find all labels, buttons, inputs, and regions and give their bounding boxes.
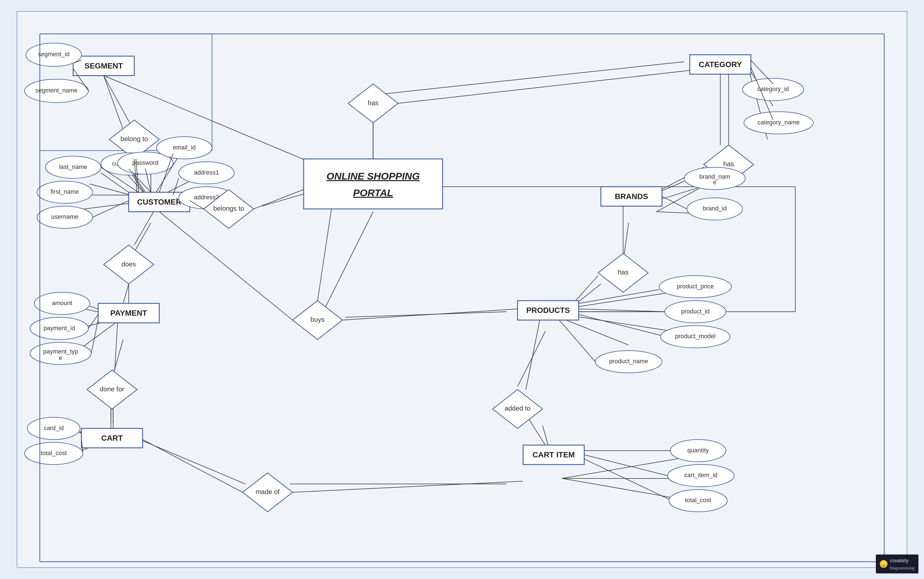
svg-line-21: [262, 192, 309, 206]
cart-label: CART: [101, 434, 123, 442]
attr-brand-name-label2: e: [713, 179, 717, 186]
watermark-icon: 💡: [880, 560, 888, 568]
attr-category-name-label: category_name: [757, 119, 800, 126]
diamond-has-top-label: has: [368, 99, 379, 106]
portal-title2: PORTAL: [353, 187, 393, 198]
diamond-has-brands-label: has: [618, 268, 629, 276]
diamond-belongs-to-label: belongs to: [213, 204, 244, 212]
svg-line-108: [318, 209, 331, 301]
svg-line-107: [559, 320, 595, 362]
svg-line-23: [373, 62, 684, 95]
diamond-has-category-label: has: [723, 160, 734, 168]
attr-payment-type-label: payment_typ: [43, 348, 78, 355]
attr-cart-item-id-label: cart_item_id: [684, 471, 718, 479]
attr-total-cost-cart-label: total_cost: [41, 450, 67, 456]
svg-line-120: [584, 459, 669, 499]
cart-item-label: CART ITEM: [532, 450, 575, 459]
svg-line-9: [123, 284, 129, 303]
products-label: PRODUCTS: [526, 306, 570, 314]
attr-payment-type-label2: e: [59, 354, 62, 361]
attr-amount-label: amount: [52, 299, 72, 306]
svg-line-61: [93, 201, 129, 218]
svg-line-26: [518, 331, 545, 387]
payment-label: PAYMENT: [110, 309, 147, 317]
attr-product-price-label: product_price: [677, 283, 714, 290]
svg-line-59: [101, 173, 129, 192]
attr-username-label: username: [51, 213, 78, 220]
attr-first-name-label: first_name: [51, 188, 79, 195]
svg-line-110: [159, 212, 292, 320]
attr-payment-id-label: payment_id: [43, 325, 75, 332]
svg-line-106: [579, 314, 660, 335]
attr-segment-name-label: segment_name: [35, 87, 77, 94]
svg-line-85: [254, 190, 304, 209]
portal-title-box: [304, 159, 442, 209]
diamond-done-for-label: done for: [100, 385, 124, 393]
attr-product-id-label: product_id: [681, 308, 709, 315]
svg-line-74: [90, 306, 98, 309]
svg-line-105: [579, 309, 664, 312]
attr-product-model-label: product_model: [675, 333, 715, 340]
svg-line-114: [292, 481, 523, 492]
attr-address1-label: address1: [194, 169, 219, 176]
diamond-does-label: does: [121, 260, 136, 268]
diamond-made-of-label: made of: [255, 488, 280, 496]
segment-label: SEGMENT: [85, 62, 123, 70]
attr-brand-id-label: brand_id: [703, 205, 726, 212]
attr-category-id-label: category_id: [757, 85, 789, 92]
brands-label: BRANDS: [615, 192, 648, 201]
diamond-buys-label: buys: [310, 316, 325, 323]
customer-label: CUSTOMER: [137, 198, 181, 206]
svg-line-104: [579, 290, 659, 303]
watermark-text: createlyDiagramming: [890, 557, 914, 571]
attr-total-cost-item-label: total_cost: [685, 497, 711, 504]
svg-line-97: [662, 196, 687, 209]
svg-line-69: [134, 212, 153, 245]
diagram-container: SEGMENT segment_id segment_name belong t…: [17, 11, 907, 568]
svg-line-50: [104, 76, 134, 131]
category-label: CATEGORY: [699, 60, 742, 69]
portal-title: ONLINE SHOPPING: [327, 170, 420, 182]
svg-line-24: [323, 212, 373, 312]
watermark: 💡 createlyDiagramming: [876, 554, 918, 573]
svg-line-87: [398, 67, 717, 103]
svg-line-109: [343, 309, 518, 320]
svg-rect-121: [40, 34, 884, 562]
diamond-belong-to-label: belong to: [121, 135, 148, 142]
svg-line-113: [142, 440, 242, 492]
diamond-added-to-label: added to: [504, 404, 531, 412]
svg-line-96: [662, 181, 684, 191]
attr-segment-id-label: segment_id: [38, 51, 69, 57]
attr-card-id-label: card_id: [44, 425, 64, 432]
attr-product-name-label: product_name: [609, 358, 648, 365]
svg-line-111: [526, 320, 540, 390]
attr-last-name-label: last_name: [59, 164, 87, 170]
attr-email-id-label: email_id: [173, 144, 196, 151]
attr-quantity-label: quantity: [687, 447, 709, 454]
